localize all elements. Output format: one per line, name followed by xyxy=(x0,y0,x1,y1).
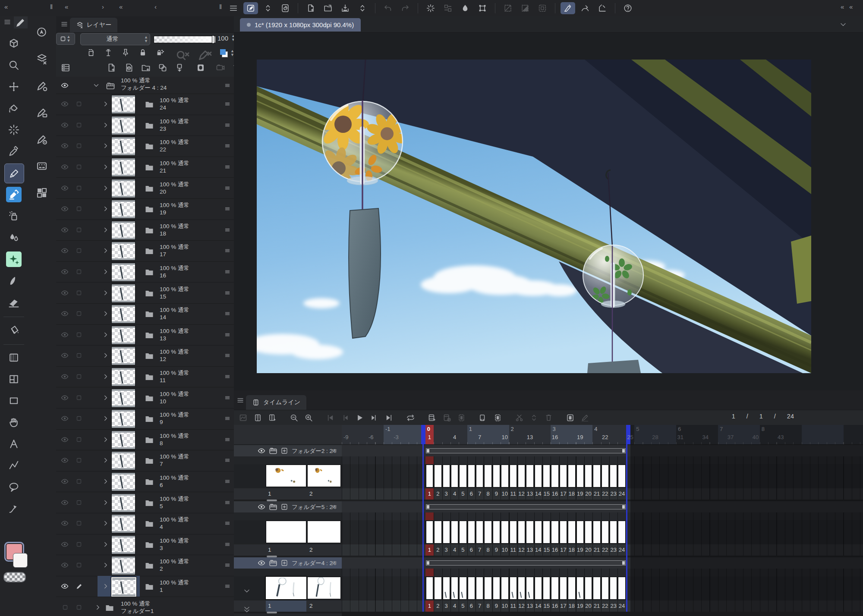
selection-border-button[interactable] xyxy=(535,2,550,14)
frame-number-8[interactable]: 8 xyxy=(484,544,492,556)
layer-visibility-icon[interactable] xyxy=(60,372,69,381)
layer-grip-icon[interactable] xyxy=(224,226,231,234)
animation-cel-17[interactable] xyxy=(560,577,567,600)
create-layer-mask-button[interactable] xyxy=(195,63,206,73)
playback-start-marker[interactable] xyxy=(421,425,425,444)
layer-grip-icon[interactable] xyxy=(224,289,231,297)
frame-number-11[interactable]: 11 xyxy=(509,600,517,612)
lock-transparent-pixels-button[interactable] xyxy=(155,48,165,57)
animation-cel-11[interactable] xyxy=(510,465,517,487)
collapse-folder-icon[interactable] xyxy=(92,82,100,89)
layer-visibility-icon[interactable] xyxy=(60,330,69,339)
layer-visibility-icon[interactable] xyxy=(60,393,69,402)
loop-playback-button[interactable] xyxy=(405,412,416,423)
animation-cel-13[interactable] xyxy=(526,465,533,487)
layer-visibility-icon[interactable] xyxy=(60,582,69,591)
layer-visibility-icon[interactable] xyxy=(60,289,69,297)
animation-cel-1[interactable] xyxy=(426,465,433,487)
layer-thumbnail[interactable] xyxy=(111,368,135,387)
expand-folder-icon[interactable] xyxy=(102,310,110,317)
frame-number-4[interactable]: 4 xyxy=(450,600,459,612)
expand-folder-icon[interactable] xyxy=(102,142,110,150)
animation-cel-5[interactable] xyxy=(459,465,466,487)
cel-thumbnail-1[interactable] xyxy=(266,521,306,543)
cel-thumbnail-2[interactable] xyxy=(307,465,341,487)
new-timeline-button[interactable] xyxy=(267,412,278,423)
layer-grip-icon[interactable] xyxy=(224,541,231,548)
layer-grip-icon[interactable] xyxy=(224,247,231,255)
onion-toggle-icon[interactable] xyxy=(75,331,83,339)
frame-number-13[interactable]: 13 xyxy=(526,544,534,556)
onion-toggle-icon[interactable] xyxy=(75,519,83,527)
frame-number-17[interactable]: 17 xyxy=(559,544,567,556)
frame-number-15[interactable]: 15 xyxy=(542,544,551,556)
onion-toggle-icon[interactable] xyxy=(75,100,83,108)
frame-number-5[interactable]: 5 xyxy=(459,544,467,556)
snap-to-special-ruler-button[interactable] xyxy=(578,2,592,14)
layer-visibility-icon[interactable] xyxy=(60,477,69,486)
expand-folder-icon[interactable] xyxy=(102,519,110,527)
layer-row-9[interactable]: 100 % 通常9 xyxy=(56,408,234,430)
transform-button[interactable] xyxy=(475,2,490,14)
play-button[interactable] xyxy=(354,412,365,423)
animation-cel-19[interactable] xyxy=(576,465,584,487)
layer-row-5[interactable]: 100 % 通常5 xyxy=(56,492,234,513)
onion-toggle-icon[interactable] xyxy=(75,247,83,255)
selection-pen-tool[interactable] xyxy=(0,98,28,118)
animation-cel-17[interactable] xyxy=(560,521,567,544)
open-clip-studio-button[interactable] xyxy=(243,2,258,14)
onion-toggle-icon[interactable] xyxy=(75,561,83,569)
animation-cel-18[interactable] xyxy=(568,577,575,600)
deselect-button[interactable] xyxy=(501,2,515,14)
go-to-end-button[interactable] xyxy=(383,412,394,423)
animation-cel-8[interactable] xyxy=(484,465,491,487)
layer-thumbnail[interactable] xyxy=(111,221,135,240)
layer-row-12[interactable]: 100 % 通常12 xyxy=(56,345,234,367)
animation-cel-24[interactable] xyxy=(618,577,625,600)
layer-grip-icon[interactable] xyxy=(224,352,231,359)
layer-visibility-icon[interactable] xyxy=(60,226,69,234)
redo-button[interactable] xyxy=(398,2,413,14)
frame-number-1[interactable]: 1 xyxy=(425,600,434,612)
polyline-tool[interactable] xyxy=(0,456,28,475)
layer-grip-icon[interactable] xyxy=(224,268,231,276)
ruler-combo-button[interactable] xyxy=(196,48,213,57)
subtool-detail[interactable] xyxy=(35,133,48,146)
layer-grip-icon[interactable] xyxy=(224,373,231,380)
expand-folder-icon[interactable] xyxy=(102,121,110,129)
subtool-settings[interactable] xyxy=(35,79,48,92)
animation-cel-9[interactable] xyxy=(493,465,500,487)
expand-folder-icon[interactable] xyxy=(102,331,110,339)
layer-row-7[interactable]: 100 % 通常7 xyxy=(56,450,234,471)
animation-cel-22[interactable] xyxy=(602,521,609,544)
layer-visibility-icon[interactable] xyxy=(60,81,69,90)
main-menu-button[interactable] xyxy=(226,2,241,14)
next-frame-button[interactable] xyxy=(369,412,380,423)
frame-number-23[interactable]: 23 xyxy=(609,544,617,556)
layer-grip-icon[interactable] xyxy=(224,205,231,213)
expand-folder-icon[interactable] xyxy=(102,373,110,380)
layer-row-23[interactable]: 100 % 通常23 xyxy=(56,115,234,136)
onion-toggle-icon[interactable] xyxy=(75,415,83,422)
frame-number-5[interactable]: 5 xyxy=(459,488,467,500)
animation-cel-20[interactable] xyxy=(585,521,592,544)
edit-timeline-button[interactable] xyxy=(579,412,590,423)
thumb-number-2[interactable]: 2 xyxy=(307,544,341,556)
animation-cel-15[interactable] xyxy=(543,465,550,487)
layer-grip-icon[interactable] xyxy=(224,478,231,485)
frame-number-12[interactable]: 12 xyxy=(517,488,526,500)
figure-tool[interactable] xyxy=(0,391,28,411)
frame-number-1[interactable]: 1 xyxy=(425,488,434,500)
onion-toggle-icon[interactable] xyxy=(75,268,83,276)
expand-folder-icon[interactable] xyxy=(102,289,110,297)
subtool-material[interactable] xyxy=(35,106,48,119)
animation-cel-13[interactable] xyxy=(526,521,533,544)
liquify-button[interactable] xyxy=(458,2,472,14)
tool-palette-tab[interactable] xyxy=(14,16,28,28)
track-grip-icon[interactable] xyxy=(331,559,338,567)
layer-thumbnail[interactable] xyxy=(111,95,135,114)
frame-number-23[interactable]: 23 xyxy=(609,600,617,612)
expand-folder-icon[interactable] xyxy=(102,184,110,192)
draft-layer-button[interactable] xyxy=(121,48,130,57)
track-range-bar[interactable] xyxy=(426,504,626,509)
